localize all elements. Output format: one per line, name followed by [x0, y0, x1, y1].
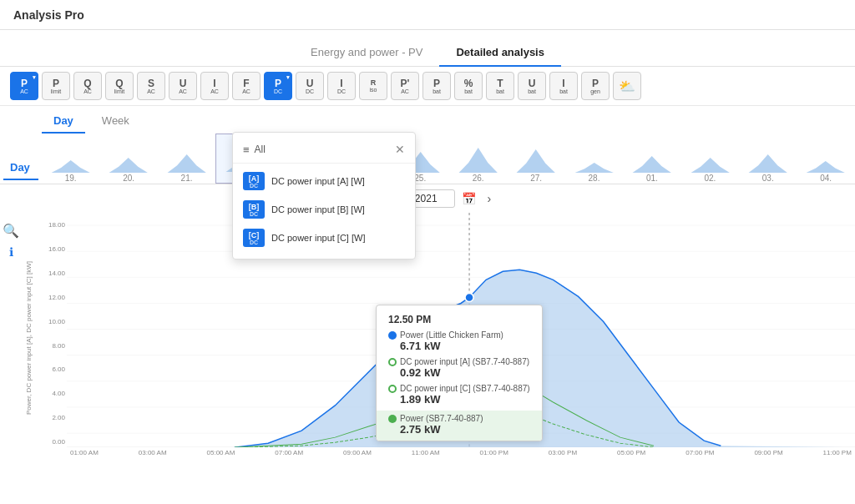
- left-panel: 🔍 ℹ: [0, 213, 22, 462]
- timeline-date-03[interactable]: 03.: [739, 134, 797, 184]
- tab-bar: Energy and power - PV Detailed analysis: [0, 30, 855, 67]
- tooltip-row-dca: DC power input [A] (SB7.7-40-887) 0.92 k…: [388, 357, 530, 379]
- tooltip-value-sb: 2.75 kW: [400, 423, 530, 436]
- x-label-12: 11:00 PM: [823, 449, 852, 461]
- chevron-icon: ▾: [33, 74, 36, 81]
- tooltip-row-power: Power (Little Chicken Farm) 6.71 kW: [388, 330, 530, 352]
- timeline-date-28[interactable]: 28.: [565, 134, 623, 184]
- tooltip-dot-dca: [388, 358, 397, 366]
- tooltip-value-dcc: 1.89 kW: [400, 393, 530, 406]
- toolbar-btn-i-dc[interactable]: I DC: [327, 72, 356, 100]
- chevron-down-icon: ▾: [286, 74, 290, 81]
- dropdown-item-a[interactable]: [A] DC DC power input [A] [W]: [233, 167, 415, 195]
- x-label-8: 03:00 PM: [549, 449, 577, 461]
- badge-b-dc: [B] DC: [243, 200, 265, 219]
- tab-detailed[interactable]: Detailed analysis: [439, 39, 561, 67]
- period-tab-day[interactable]: Day: [3, 156, 38, 180]
- timeline-date-21[interactable]: 21.: [158, 134, 215, 184]
- y-axis-ticks: 18.00 16.00 14.00 12.00 10.00 8.00 6.00 …: [35, 213, 67, 462]
- x-label-7: 01:00 PM: [480, 449, 508, 461]
- tooltip-dot-dcc: [388, 385, 397, 393]
- date-nav: ‹ 📅 ›: [0, 184, 855, 213]
- toolbar-btn-i-ac[interactable]: I AC: [200, 72, 229, 100]
- period-tab-week[interactable]: Week: [85, 109, 146, 134]
- dropdown-title: ≡ All: [243, 144, 266, 156]
- toolbar-btn-p-ac2[interactable]: P' AC: [391, 72, 419, 100]
- tooltip-row-dcc: DC power input [C] (SB7.7-40-887) 1.89 k…: [388, 384, 530, 406]
- toolbar-btn-weather[interactable]: ⛅: [613, 72, 641, 100]
- toolbar-btn-u-bat[interactable]: U bat: [518, 72, 546, 100]
- timeline-date-04[interactable]: 04.: [797, 134, 854, 184]
- tab-energy-pv[interactable]: Energy and power - PV: [294, 39, 439, 67]
- y-axis-label: Power, DC power input [A], DC power inpu…: [22, 213, 35, 462]
- app-title: Analysis Pro: [13, 8, 84, 22]
- toolbar-btn-p-ac[interactable]: ▾ P AC: [10, 72, 38, 100]
- x-label-3: 05:00 AM: [207, 449, 235, 461]
- dropdown-close-button[interactable]: ✕: [395, 143, 405, 156]
- toolbar-btn-u-ac[interactable]: U AC: [169, 72, 197, 100]
- tooltip-dot-sb: [388, 415, 397, 423]
- timeline-date-27[interactable]: 27.: [507, 134, 564, 184]
- x-label-4: 07:00 AM: [275, 449, 303, 461]
- timeline-date-02[interactable]: 02.: [681, 134, 739, 184]
- period-tab-day-main[interactable]: Day: [42, 109, 85, 134]
- x-label-5: 09:00 AM: [343, 449, 372, 461]
- timeline-date-19[interactable]: 19.: [42, 134, 99, 184]
- toolbar-btn-i-bat[interactable]: I bat: [549, 72, 578, 100]
- toolbar-btn-u-dc[interactable]: U DC: [296, 72, 324, 100]
- dropdown-panel: ≡ All ✕ [A] DC DC power input [A] [W] [B…: [232, 132, 416, 260]
- toolbar-btn-f-ac[interactable]: F AC: [232, 72, 261, 100]
- x-label-9: 05:00 PM: [617, 449, 645, 461]
- info-button[interactable]: ℹ: [2, 243, 20, 261]
- timeline-date-20[interactable]: 20.: [99, 134, 157, 184]
- toolbar-btn-r-iso[interactable]: R iso: [359, 72, 387, 100]
- tooltip-panel: 12.50 PM Power (Little Chicken Farm) 6.7…: [376, 305, 543, 441]
- svg-point-11: [465, 293, 473, 301]
- dropdown-item-c[interactable]: [C] DC DC power input [C] [W]: [233, 224, 415, 252]
- dropdown-header: ≡ All ✕: [233, 139, 415, 164]
- tooltip-time: 12.50 PM: [388, 314, 530, 325]
- tooltip-dot-power: [388, 331, 397, 340]
- toolbar-btn-p-dc[interactable]: ▾ P DC: [264, 72, 292, 100]
- dropdown-item-b[interactable]: [B] DC DC power input [B] [W]: [233, 195, 415, 224]
- weather-icon: ⛅: [619, 78, 635, 94]
- toolbar: ▾ P AC P limit Q AC Q limit S AC U AC I …: [0, 67, 855, 106]
- app-header: Analysis Pro: [0, 0, 855, 30]
- timeline-date-01[interactable]: 01.: [623, 134, 680, 184]
- toolbar-btn-q-ac[interactable]: Q AC: [73, 72, 102, 100]
- toolbar-btn-p-bat[interactable]: P bat: [422, 72, 451, 100]
- timeline-date-26[interactable]: 26.: [449, 134, 507, 184]
- toolbar-btn-q-limit[interactable]: Q limit: [105, 72, 134, 100]
- tooltip-row-sb: Power (SB7.7-40-887) 2.75 kW: [377, 411, 542, 441]
- x-label-6: 11:00 AM: [412, 449, 440, 461]
- x-label-2: 03:00 AM: [139, 449, 167, 461]
- toolbar-btn-p-limit[interactable]: P limit: [42, 72, 70, 100]
- badge-a-dc: [A] DC: [243, 172, 265, 190]
- toolbar-btn-pct-bat[interactable]: % bat: [454, 72, 483, 100]
- badge-c-dc: [C] DC: [243, 229, 265, 247]
- x-label-1: 01:00 AM: [70, 449, 99, 461]
- toolbar-btn-s-ac[interactable]: S AC: [137, 72, 165, 100]
- filter-icon: ≡: [243, 144, 250, 156]
- toolbar-btn-t-bat[interactable]: T bat: [486, 72, 514, 100]
- x-label-11: 09:00 PM: [754, 449, 782, 461]
- tooltip-value-power: 6.71 kW: [400, 340, 530, 352]
- calendar-icon[interactable]: 📅: [462, 192, 476, 205]
- toolbar-btn-p-gen[interactable]: P gen: [581, 72, 610, 100]
- zoom-in-button[interactable]: 🔍: [2, 221, 20, 239]
- tooltip-value-dca: 0.92 kW: [400, 366, 530, 379]
- x-label-10: 07:00 PM: [686, 449, 714, 461]
- next-date-button[interactable]: ›: [483, 190, 497, 207]
